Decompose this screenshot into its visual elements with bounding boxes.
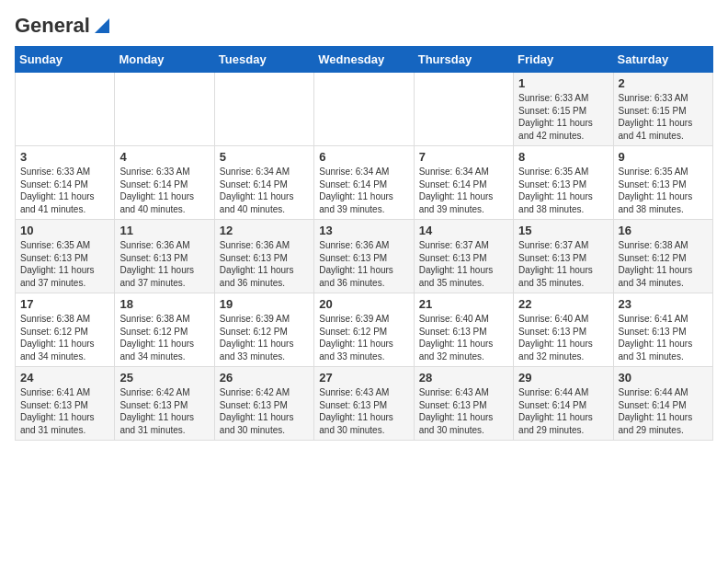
day-info: Daylight: 11 hours and 29 minutes. — [619, 411, 708, 436]
calendar-cell: 8Sunrise: 6:35 AMSunset: 6:13 PMDaylight… — [514, 146, 613, 220]
day-number: 18 — [119, 297, 209, 311]
calendar-cell: 19Sunrise: 6:39 AMSunset: 6:12 PMDayligh… — [214, 293, 313, 367]
day-number: 2 — [619, 76, 708, 90]
day-info: Daylight: 11 hours and 33 minutes. — [220, 338, 309, 362]
calendar-header-row: SundayMondayTuesdayWednesdayThursdayFrid… — [16, 47, 713, 73]
day-number: 4 — [119, 150, 209, 164]
day-number: 23 — [619, 297, 708, 311]
calendar-cell: 29Sunrise: 6:44 AMSunset: 6:14 PMDayligh… — [514, 367, 613, 441]
day-info: Sunset: 6:13 PM — [20, 252, 109, 265]
day-info: Sunset: 6:12 PM — [319, 326, 408, 339]
day-info: Sunrise: 6:40 AM — [419, 313, 508, 326]
calendar-cell: 26Sunrise: 6:42 AMSunset: 6:13 PMDayligh… — [214, 367, 313, 441]
day-info: Sunset: 6:15 PM — [518, 105, 608, 118]
day-number: 1 — [518, 76, 608, 90]
day-number: 26 — [220, 371, 309, 385]
day-info: Sunset: 6:14 PM — [220, 178, 309, 191]
day-info: Sunset: 6:13 PM — [119, 399, 209, 412]
day-info: Daylight: 11 hours and 30 minutes. — [319, 411, 408, 436]
calendar-cell: 18Sunrise: 6:38 AMSunset: 6:12 PMDayligh… — [115, 293, 214, 367]
calendar-cell — [115, 73, 214, 146]
day-info: Sunrise: 6:36 AM — [220, 239, 309, 252]
weekday-header: Thursday — [414, 47, 513, 73]
day-number: 29 — [518, 371, 608, 385]
day-number: 15 — [518, 224, 608, 237]
day-info: Sunrise: 6:41 AM — [619, 313, 708, 326]
calendar-cell: 27Sunrise: 6:43 AMSunset: 6:13 PMDayligh… — [314, 367, 414, 441]
calendar-cell: 12Sunrise: 6:36 AMSunset: 6:13 PMDayligh… — [214, 220, 313, 293]
calendar-table: SundayMondayTuesdayWednesdayThursdayFrid… — [15, 46, 713, 441]
calendar-cell: 9Sunrise: 6:35 AMSunset: 6:13 PMDaylight… — [613, 146, 712, 220]
day-info: Sunrise: 6:35 AM — [20, 239, 109, 252]
day-info: Daylight: 11 hours and 31 minutes. — [619, 338, 708, 362]
calendar-cell: 7Sunrise: 6:34 AMSunset: 6:14 PMDaylight… — [414, 146, 513, 220]
day-info: Sunrise: 6:33 AM — [518, 92, 608, 105]
day-info: Sunset: 6:13 PM — [220, 252, 309, 265]
page-header: General — [15, 15, 713, 37]
day-info: Daylight: 11 hours and 30 minutes. — [220, 411, 309, 436]
day-info: Sunset: 6:12 PM — [619, 252, 708, 265]
calendar-cell — [414, 73, 513, 146]
day-info: Daylight: 11 hours and 35 minutes. — [518, 264, 608, 289]
calendar-cell — [214, 73, 313, 146]
day-info: Sunrise: 6:37 AM — [518, 239, 608, 252]
day-info: Sunset: 6:13 PM — [518, 252, 608, 265]
calendar-cell: 10Sunrise: 6:35 AMSunset: 6:13 PMDayligh… — [16, 220, 115, 293]
day-info: Sunset: 6:13 PM — [518, 326, 608, 339]
day-info: Daylight: 11 hours and 36 minutes. — [220, 264, 309, 289]
day-number: 14 — [419, 224, 508, 237]
calendar-cell: 25Sunrise: 6:42 AMSunset: 6:13 PMDayligh… — [115, 367, 214, 441]
day-info: Sunrise: 6:44 AM — [619, 386, 708, 399]
day-info: Sunset: 6:13 PM — [619, 178, 708, 191]
day-info: Sunrise: 6:42 AM — [220, 386, 309, 399]
day-info: Sunrise: 6:43 AM — [319, 386, 408, 399]
day-info: Sunrise: 6:34 AM — [220, 166, 309, 178]
calendar-week-row: 17Sunrise: 6:38 AMSunset: 6:12 PMDayligh… — [16, 293, 713, 367]
day-info: Sunrise: 6:39 AM — [319, 313, 408, 326]
day-info: Sunrise: 6:33 AM — [619, 92, 708, 105]
day-number: 22 — [518, 297, 608, 311]
calendar-cell: 24Sunrise: 6:41 AMSunset: 6:13 PMDayligh… — [16, 367, 115, 441]
day-info: Sunset: 6:13 PM — [319, 399, 408, 412]
day-info: Daylight: 11 hours and 32 minutes. — [419, 338, 508, 362]
day-number: 9 — [619, 150, 708, 164]
day-info: Sunset: 6:14 PM — [619, 399, 708, 412]
calendar-cell: 23Sunrise: 6:41 AMSunset: 6:13 PMDayligh… — [613, 293, 712, 367]
day-info: Sunrise: 6:33 AM — [20, 166, 109, 178]
calendar-cell: 13Sunrise: 6:36 AMSunset: 6:13 PMDayligh… — [314, 220, 414, 293]
day-number: 16 — [619, 224, 708, 237]
day-number: 30 — [619, 371, 708, 385]
weekday-header: Wednesday — [314, 47, 414, 73]
day-info: Daylight: 11 hours and 38 minutes. — [619, 190, 708, 215]
calendar-cell: 15Sunrise: 6:37 AMSunset: 6:13 PMDayligh… — [514, 220, 613, 293]
logo-general-text: General — [15, 15, 90, 37]
day-info: Daylight: 11 hours and 37 minutes. — [20, 264, 109, 289]
day-number: 27 — [319, 371, 408, 385]
calendar-cell — [16, 73, 115, 146]
svg-marker-0 — [95, 18, 109, 33]
calendar-cell: 16Sunrise: 6:38 AMSunset: 6:12 PMDayligh… — [613, 220, 712, 293]
day-info: Daylight: 11 hours and 36 minutes. — [319, 264, 408, 289]
day-number: 6 — [319, 150, 408, 164]
day-info: Sunset: 6:12 PM — [220, 326, 309, 339]
logo: General — [15, 15, 109, 37]
weekday-header: Tuesday — [214, 47, 313, 73]
day-info: Daylight: 11 hours and 31 minutes. — [119, 411, 209, 436]
day-info: Sunrise: 6:36 AM — [119, 239, 209, 252]
day-number: 11 — [119, 224, 209, 237]
calendar-week-row: 10Sunrise: 6:35 AMSunset: 6:13 PMDayligh… — [16, 220, 713, 293]
day-number: 5 — [220, 150, 309, 164]
day-info: Sunset: 6:13 PM — [419, 252, 508, 265]
day-info: Daylight: 11 hours and 34 minutes. — [20, 338, 109, 362]
day-info: Daylight: 11 hours and 35 minutes. — [419, 264, 508, 289]
calendar-cell: 14Sunrise: 6:37 AMSunset: 6:13 PMDayligh… — [414, 220, 513, 293]
day-info: Daylight: 11 hours and 39 minutes. — [419, 190, 508, 215]
day-number: 7 — [419, 150, 508, 164]
day-info: Sunset: 6:14 PM — [319, 178, 408, 191]
day-number: 21 — [419, 297, 508, 311]
day-info: Sunrise: 6:33 AM — [119, 166, 209, 178]
calendar-cell: 22Sunrise: 6:40 AMSunset: 6:13 PMDayligh… — [514, 293, 613, 367]
calendar-cell: 1Sunrise: 6:33 AMSunset: 6:15 PMDaylight… — [514, 73, 613, 146]
day-info: Sunset: 6:13 PM — [220, 399, 309, 412]
calendar-week-row: 3Sunrise: 6:33 AMSunset: 6:14 PMDaylight… — [16, 146, 713, 220]
